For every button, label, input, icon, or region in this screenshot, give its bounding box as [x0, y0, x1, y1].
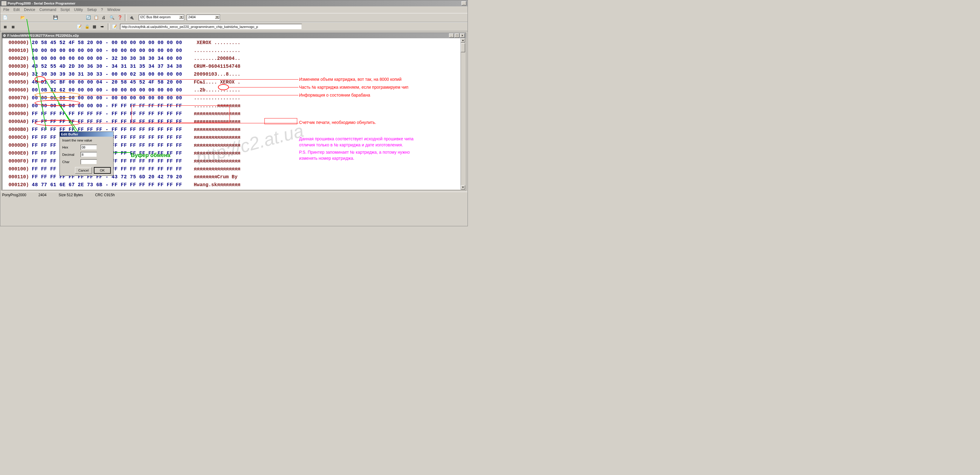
reload-button[interactable]: [85, 14, 92, 21]
doc-icon: [112, 24, 117, 29]
anno-line-1: [45, 79, 298, 80]
anno-text-5: Данная прошивка соответствует исходной п…: [299, 136, 414, 141]
plug-button[interactable]: [128, 14, 135, 21]
decimal-label: Decimal: [62, 153, 80, 156]
device-dropdown[interactable]: 2404: [187, 14, 220, 21]
list-button[interactable]: [92, 14, 100, 21]
char-input[interactable]: [80, 159, 97, 164]
anno-buffer-label: Буфер обмена: [131, 152, 170, 159]
tb2-edit-button[interactable]: [76, 23, 83, 30]
app-titlebar: PonyProg2000 - Serial Device Programmer …: [0, 0, 468, 6]
open-icon: [20, 15, 25, 20]
anno-line-4: [80, 123, 298, 123]
anno-circle-counter: [35, 120, 80, 126]
char-label: Char: [62, 160, 80, 164]
status-crc: CRC C915h: [95, 193, 115, 197]
anno-text-2: Часть № картриджа изменяем, если програм…: [299, 85, 408, 89]
hex-row[interactable]: 000020) 08 00 00 00 00 00 00 00 - 32 30 …: [8, 55, 459, 62]
edit-buffer-dialog: Edit Buffer Insert the new value Hex Dec…: [59, 132, 113, 176]
zoom-button[interactable]: [108, 14, 116, 21]
anno-text-7: P.S. Принтер запоминает № картриджа, а п…: [299, 150, 410, 155]
dialog-subtitle: Insert the new value: [62, 139, 111, 142]
anno-text-1: Изменяем объем картриджа, вот так, на 80…: [299, 77, 401, 82]
tb2-grid-button[interactable]: [91, 23, 99, 30]
tb2-btn2[interactable]: ▦: [10, 23, 17, 30]
inner-minimize-button[interactable]: _: [449, 33, 454, 38]
reload-icon: [86, 15, 91, 20]
menu-setup[interactable]: Setup: [87, 8, 97, 12]
hex-row[interactable]: 000010) 00 00 00 00 00 00 00 00 - 00 00 …: [8, 47, 459, 55]
save-button[interactable]: [52, 14, 59, 21]
anno-rect-2: [264, 118, 297, 124]
list-icon: [94, 15, 99, 20]
url-field[interactable]: [120, 24, 302, 30]
anno-text-4: Счетчик печати, необходимо обнулить.: [299, 120, 376, 125]
inner-close-button[interactable]: ×: [460, 33, 465, 38]
hex-row[interactable]: 000130) FF FF FF FF FF FF FF FF - FF FF …: [8, 189, 459, 190]
print-button[interactable]: [100, 14, 108, 21]
anno-circle-08: [35, 76, 46, 82]
menu-help[interactable]: ?: [101, 8, 103, 12]
app-title: PonyProg2000 - Serial Device Programmer: [8, 2, 461, 5]
new-button[interactable]: [2, 14, 9, 21]
tb2-lock-button[interactable]: [83, 23, 91, 30]
inner-titlebar: ⚙ F:\video\WWW01\36277\Xerox PE220\02s.e…: [2, 33, 466, 38]
toolbar-2: ▦ ▦: [0, 22, 468, 31]
new-icon: [3, 15, 8, 20]
cancel-button[interactable]: Cancel: [75, 167, 92, 174]
open-button[interactable]: [19, 14, 26, 21]
help-icon: [118, 15, 123, 20]
grid-icon: [92, 24, 97, 29]
status-device: 2404: [38, 193, 46, 197]
hex-input[interactable]: [80, 145, 97, 150]
help-button[interactable]: [116, 14, 124, 21]
menubar: File Edit Device Command Script Utility …: [0, 6, 468, 13]
hex-row[interactable]: 000030) 43 52 55 4D 2D 30 36 30 - 34 31 …: [8, 62, 459, 70]
app-icon: [2, 1, 6, 5]
scroll-down-arrow[interactable]: ▼: [461, 185, 465, 190]
anno-rect-1: [132, 105, 230, 123]
menu-command[interactable]: Command: [40, 8, 56, 12]
status-size: Size 512 Bytes: [59, 193, 83, 197]
menu-device[interactable]: Device: [24, 8, 35, 12]
main-window: PonyProg2000 - Serial Device Programmer …: [0, 0, 468, 226]
edit-icon: [77, 24, 82, 29]
decimal-input[interactable]: [80, 152, 97, 157]
menu-script[interactable]: Script: [60, 8, 70, 12]
scroll-up-arrow[interactable]: ▲: [461, 38, 465, 43]
vertical-scrollbar[interactable]: ▲ ▼: [461, 38, 465, 190]
menu-utility[interactable]: Utility: [74, 8, 83, 12]
dialog-title: Edit Buffer: [60, 132, 113, 137]
print-icon: [102, 15, 107, 20]
tb2-doc-button[interactable]: [111, 23, 118, 30]
toolbar-1: I2C Bus 8bit eeprom 2404: [0, 13, 468, 22]
hex-row[interactable]: 000000) 20 58 45 52 4F 58 20 00 - 00 00 …: [8, 39, 459, 47]
lock-icon: [85, 24, 89, 29]
anno-text-8: изменять номер картриджа.: [299, 156, 354, 161]
anno-text-6: отличия только в № картриджа и дате изго…: [299, 142, 403, 147]
statusbar: PonyProg2000 2404 Size 512 Bytes CRC C91…: [0, 192, 468, 198]
hex-label: Hex: [62, 145, 80, 149]
plug-icon: [129, 15, 134, 20]
menu-window[interactable]: Window: [107, 8, 120, 12]
hex-row[interactable]: 000090) FF FF FF FF FF FF FF FF - FF FF …: [8, 110, 459, 118]
ok-button[interactable]: OK: [94, 167, 111, 174]
hex-row[interactable]: 000120) 48 77 61 6E 67 2E 73 6B - FF FF …: [8, 181, 459, 189]
tb2-go-button[interactable]: [99, 23, 107, 30]
bus-dropdown[interactable]: I2C Bus 8bit eeprom: [139, 14, 184, 21]
save-icon: [53, 15, 58, 20]
minimize-button[interactable]: _: [461, 1, 466, 5]
menu-file[interactable]: File: [3, 8, 9, 12]
anno-circle-fd1: [35, 100, 80, 106]
menu-edit[interactable]: Edit: [13, 8, 20, 12]
scroll-thumb[interactable]: [461, 43, 465, 52]
tb2-btn1[interactable]: ▦: [2, 23, 9, 30]
anno-circle-2009: [35, 92, 80, 98]
anno-line-3: [80, 95, 298, 96]
inner-title: F:\video\WWW01\36277\Xerox PE220\02s.e2p: [7, 34, 449, 37]
inner-maximize-button[interactable]: □: [455, 33, 459, 38]
arrow-icon: [100, 24, 105, 29]
zoom-icon: [110, 15, 115, 20]
status-app: PonyProg2000: [2, 193, 26, 197]
anno-text-3: Информация о состоянии барабана: [299, 92, 370, 97]
